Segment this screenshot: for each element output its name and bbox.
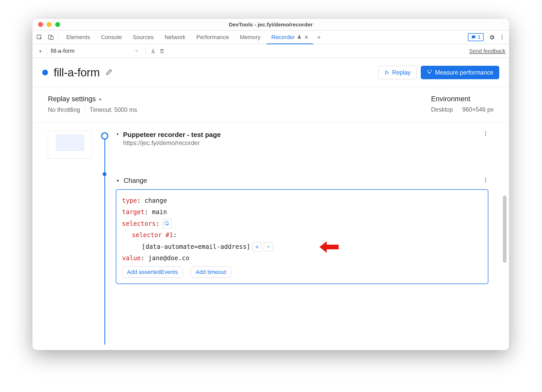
chat-icon	[471, 35, 476, 40]
expand-icon[interactable]	[116, 177, 120, 185]
kv-key: selectors	[122, 218, 156, 229]
svg-point-4	[502, 37, 503, 38]
step-url: https://jec.fyi/demo/recorder	[123, 139, 221, 147]
step-menu-icon[interactable]	[483, 177, 488, 184]
more-menu-icon[interactable]	[498, 33, 507, 42]
recording-title: fill-a-form	[54, 66, 100, 79]
device-value: Desktop	[431, 106, 453, 113]
edit-title-icon[interactable]	[105, 68, 113, 77]
svg-point-12	[485, 181, 486, 182]
maximize-window-button[interactable]	[55, 22, 60, 27]
step-menu-icon[interactable]	[483, 131, 488, 138]
measure-performance-button[interactable]: Measure performance	[421, 66, 499, 79]
svg-point-5	[502, 39, 503, 40]
gauge-icon	[427, 70, 432, 75]
kv-key: target	[122, 208, 145, 216]
svg-point-8	[485, 133, 486, 134]
step-title: Puppeteer recorder - test page	[123, 131, 221, 139]
step-details-card: type: change target: main selectors: sel…	[116, 189, 488, 284]
recording-header: fill-a-form Replay Measure performance	[32, 58, 509, 87]
issues-badge[interactable]: 1	[468, 33, 484, 41]
add-asserted-events-button[interactable]: Add assertedEvents	[122, 266, 183, 278]
divider	[145, 47, 146, 55]
recorder-toolbar: ＋ fill-a-form Send feedback	[32, 44, 509, 58]
steps-timeline: Puppeteer recorder - test page https://j…	[32, 123, 509, 345]
svg-point-10	[485, 178, 486, 179]
tab-network[interactable]: Network	[160, 31, 190, 44]
add-timeout-button[interactable]: Add timeout	[191, 266, 231, 278]
window-title: DevTools - jec.fyi/demo/recorder	[32, 21, 509, 28]
viewport-value: 960×546 px	[462, 106, 494, 113]
tab-console[interactable]: Console	[96, 31, 127, 44]
tab-recorder[interactable]: Recorder ✕	[267, 31, 313, 44]
settings-gear-icon[interactable]	[487, 33, 496, 42]
tab-elements[interactable]: Elements	[62, 31, 95, 44]
send-feedback-link[interactable]: Send feedback	[469, 48, 505, 54]
kv-key: value	[122, 255, 141, 262]
svg-rect-2	[51, 36, 53, 40]
export-icon[interactable]	[149, 47, 158, 55]
step-label: Change	[124, 177, 147, 185]
tab-performance[interactable]: Performance	[192, 31, 234, 44]
environment-heading: Environment	[431, 95, 494, 103]
timeline-start-node	[101, 132, 108, 140]
throttling-value: No throttling	[48, 106, 80, 113]
settings-row: Replay settings No throttling Timeout: 5…	[32, 87, 509, 123]
remove-selector-button[interactable]: −	[264, 242, 273, 251]
svg-point-7	[485, 132, 486, 133]
replay-button[interactable]: Replay	[378, 66, 417, 79]
kv-value[interactable]: jane@doe.co	[148, 255, 189, 262]
chevron-right-icon	[98, 95, 102, 103]
panel-tabstrip: Elements Console Sources Network Perform…	[32, 31, 509, 44]
more-tabs-icon[interactable]: »	[315, 34, 323, 41]
add-selector-button[interactable]: ＋	[252, 242, 262, 251]
svg-point-9	[485, 135, 486, 136]
minimize-window-button[interactable]	[47, 22, 52, 27]
new-recording-button[interactable]: ＋	[36, 47, 45, 55]
chevron-down-icon	[134, 48, 139, 54]
replay-settings-heading[interactable]: Replay settings	[48, 95, 137, 103]
play-icon	[384, 70, 389, 75]
kv-value[interactable]: change	[145, 197, 167, 204]
device-toggle-icon[interactable]	[46, 33, 55, 42]
close-window-button[interactable]	[38, 22, 43, 27]
scrollbar[interactable]	[503, 123, 507, 345]
selector-value[interactable]: [data-automate=email-address]	[142, 241, 250, 252]
selector-picker-icon[interactable]	[162, 219, 172, 228]
collapse-icon[interactable]	[116, 132, 119, 137]
timeline-step-node	[103, 172, 106, 176]
tab-sources[interactable]: Sources	[128, 31, 158, 44]
titlebar: DevTools - jec.fyi/demo/recorder	[32, 19, 509, 31]
traffic-lights	[32, 22, 60, 27]
flask-icon	[297, 34, 302, 41]
inspect-icon[interactable]	[35, 33, 44, 42]
recording-dropdown[interactable]: fill-a-form	[47, 46, 142, 56]
delete-icon[interactable]	[158, 47, 166, 55]
step-change: Change type: change target: main selecto…	[116, 177, 488, 284]
timeout-value: Timeout: 5000 ms	[90, 106, 137, 113]
svg-point-6	[429, 72, 430, 73]
close-tab-icon[interactable]: ✕	[304, 34, 309, 40]
devtools-window: DevTools - jec.fyi/demo/recorder Element…	[32, 19, 509, 350]
kv-key: selector #1	[132, 231, 173, 239]
scrollbar-thumb[interactable]	[503, 195, 507, 263]
step-navigate: Puppeteer recorder - test page https://j…	[116, 131, 488, 147]
timeline-line	[104, 135, 105, 345]
page-thumbnail	[48, 131, 92, 159]
svg-point-11	[485, 179, 486, 180]
kv-key: type	[122, 197, 137, 204]
status-dot	[42, 70, 48, 75]
svg-point-3	[502, 35, 503, 36]
tab-memory[interactable]: Memory	[235, 31, 265, 44]
kv-value[interactable]: main	[152, 208, 167, 216]
